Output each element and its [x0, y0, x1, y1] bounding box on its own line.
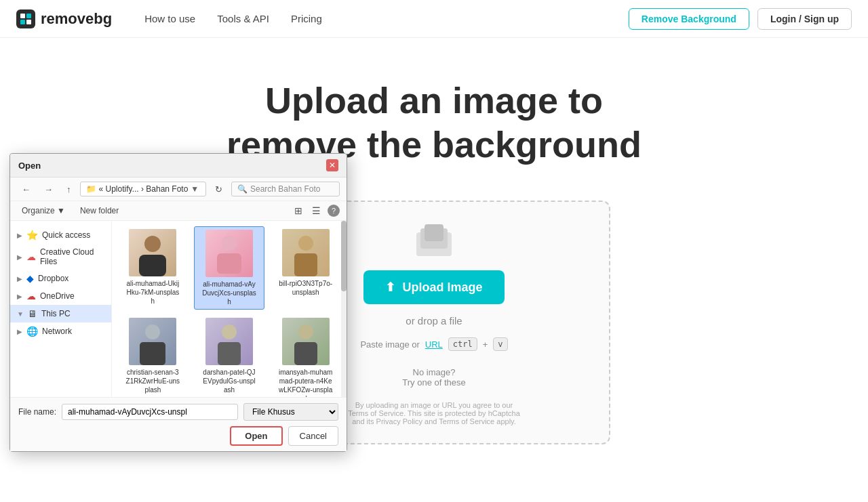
plus-separator: +	[483, 339, 488, 350]
breadcrumb-bar[interactable]: 📁 « Uplotify... › Bahan Foto ▼	[80, 182, 207, 196]
search-icon: 🔍	[237, 184, 248, 194]
toolbar2: Organize ▼ New folder ⊞ ☰ ?	[10, 201, 347, 221]
filetype-select[interactable]: File Khusus	[243, 403, 338, 421]
search-placeholder: Search Bahan Foto	[250, 184, 320, 194]
logo-text: removebg	[41, 10, 112, 28]
svg-point-16	[222, 325, 237, 339]
file-name: ali-muhamad-vAyDuvcjXcs-unsplash	[202, 280, 256, 306]
nav-how-to-use[interactable]: How to use	[144, 13, 195, 24]
file-open-dialog: Open ✕ ← → ↑ 📁 « Uplotify... › Bahan Fot…	[9, 153, 347, 452]
login-signup-button[interactable]: Login / Sign up	[757, 8, 852, 30]
file-name: ali-muhamad-UkijHku-7kM-unsplash	[125, 279, 180, 306]
svg-rect-3	[20, 20, 25, 24]
svg-rect-1	[20, 14, 25, 18]
organize-label: Organize ▼	[22, 206, 65, 215]
this-pc-icon: 🖥	[28, 308, 37, 319]
legal-text: By uploading an image or URL you agree t…	[346, 401, 522, 425]
file-item[interactable]: darshan-patel-QJEVpydulGs-unsplash	[194, 315, 265, 397]
file-name: darshan-patel-QJEVpydulGs-unsplash	[202, 368, 256, 394]
dialog-title: Open	[18, 161, 41, 171]
upload-arrow-icon: ⬆	[385, 280, 395, 295]
nav-tools-api[interactable]: Tools & API	[217, 13, 269, 24]
organize-button[interactable]: Organize ▼	[17, 204, 70, 217]
file-name: imansyah-muhammad-putera-n4KewLKFOZw-uns…	[279, 368, 333, 397]
filename-label: File name:	[18, 407, 56, 417]
scrollbar[interactable]	[341, 221, 347, 397]
cancel-button[interactable]: Cancel	[288, 426, 338, 446]
forward-button[interactable]: →	[39, 182, 58, 196]
v-key: v	[493, 337, 507, 351]
url-link[interactable]: URL	[425, 339, 443, 350]
sidebar-label: Dropbox	[38, 274, 68, 283]
sidebar-label: OneDrive	[40, 291, 75, 301]
remove-background-button[interactable]: Remove Background	[629, 8, 749, 30]
view-grid-button[interactable]: ⊞	[292, 204, 305, 217]
breadcrumb-folder-icon: 📁	[86, 184, 96, 194]
file-item[interactable]: ali-muhamad-UkijHku-7kM-unsplash	[117, 226, 189, 310]
svg-rect-0	[16, 9, 35, 28]
filename-input[interactable]	[62, 404, 238, 420]
view-details-button[interactable]: ☰	[309, 204, 323, 217]
file-thumbnail	[129, 229, 176, 276]
svg-rect-13	[294, 253, 317, 276]
expand-icon: ▶	[17, 293, 22, 300]
search-bar[interactable]: 🔍 Search Bahan Foto	[231, 182, 340, 196]
paste-row: Paste image or URL ctrl + v	[360, 337, 507, 351]
scrollbar-thumb[interactable]	[341, 221, 347, 291]
filename-row: File name: File Khusus	[18, 403, 338, 421]
dialog-files: ali-muhamad-UkijHku-7kM-unsplash ali-muh…	[112, 221, 347, 397]
file-thumbnail	[282, 229, 330, 276]
new-folder-button[interactable]: New folder	[75, 204, 123, 217]
logo[interactable]: removebg	[16, 9, 112, 28]
sidebar-label: Quick access	[42, 230, 90, 240]
svg-point-10	[222, 236, 237, 251]
upload-image-button[interactable]: ⬆ Upload Image	[363, 270, 504, 304]
creative-cloud-icon: ☁	[26, 251, 36, 262]
dropbox-icon: ◆	[26, 273, 34, 284]
file-item[interactable]: bill-rpiO3N3Tp7o-unsplash	[270, 226, 341, 310]
svg-rect-7	[425, 224, 443, 241]
refresh-button[interactable]: ↻	[210, 182, 227, 196]
dialog-body: ▶ ⭐ Quick access ▶ ☁ Creative Cloud File…	[10, 221, 347, 397]
sidebar-label: Network	[42, 327, 72, 336]
file-item[interactable]: imansyah-muhammad-putera-n4KewLKFOZw-uns…	[270, 315, 341, 397]
ctrl-key: ctrl	[448, 337, 477, 351]
svg-point-12	[298, 236, 313, 251]
svg-point-8	[144, 236, 161, 252]
drop-text: or drop a file	[406, 315, 462, 327]
svg-rect-15	[140, 342, 165, 365]
help-button[interactable]: ?	[328, 205, 340, 217]
file-item[interactable]: ali-muhamad-vAyDuvcjXcs-unsplash	[194, 226, 265, 310]
header-actions: Remove Background Login / Sign up	[629, 8, 852, 30]
file-thumbnail	[129, 318, 176, 365]
main-nav: How to use Tools & API Pricing	[144, 13, 322, 24]
up-button[interactable]: ↑	[62, 182, 76, 196]
breadcrumb-dropdown-icon: ▼	[191, 184, 199, 194]
new-folder-label: New folder	[80, 206, 119, 215]
logo-icon	[16, 9, 35, 28]
file-thumbnail	[205, 318, 253, 365]
sidebar-item-network[interactable]: ▶ 🌐 Network	[10, 322, 111, 340]
svg-rect-2	[26, 14, 31, 18]
sidebar-item-this-pc[interactable]: ▼ 🖥 This PC	[10, 305, 111, 322]
open-button[interactable]: Open	[230, 426, 282, 446]
toolbar2-right: ⊞ ☰ ?	[292, 204, 340, 217]
sidebar-item-dropbox[interactable]: ▶ ◆ Dropbox	[10, 270, 111, 287]
sidebar-item-onedrive[interactable]: ▶ ☁ OneDrive	[10, 287, 111, 305]
nav-pricing[interactable]: Pricing	[291, 13, 322, 24]
svg-rect-4	[26, 20, 31, 24]
expand-icon: ▼	[17, 310, 24, 318]
dialog-close-button[interactable]: ✕	[326, 159, 338, 171]
expand-icon: ▶	[17, 253, 22, 261]
file-name: bill-rpiO3N3Tp7o-unsplash	[279, 279, 333, 297]
svg-rect-19	[294, 342, 317, 365]
quick-access-icon: ⭐	[26, 230, 38, 240]
onedrive-icon: ☁	[26, 291, 36, 301]
back-button[interactable]: ←	[17, 182, 35, 196]
sidebar-label: Creative Cloud Files	[40, 247, 104, 266]
sidebar-item-creative-cloud[interactable]: ▶ ☁ Creative Cloud Files	[10, 244, 111, 270]
file-item[interactable]: christian-senan-3Z1RkZwrHuE-unsplash	[117, 315, 189, 397]
svg-rect-11	[217, 253, 241, 274]
sidebar-item-quick-access[interactable]: ▶ ⭐ Quick access	[10, 226, 111, 244]
svg-point-14	[145, 325, 160, 339]
